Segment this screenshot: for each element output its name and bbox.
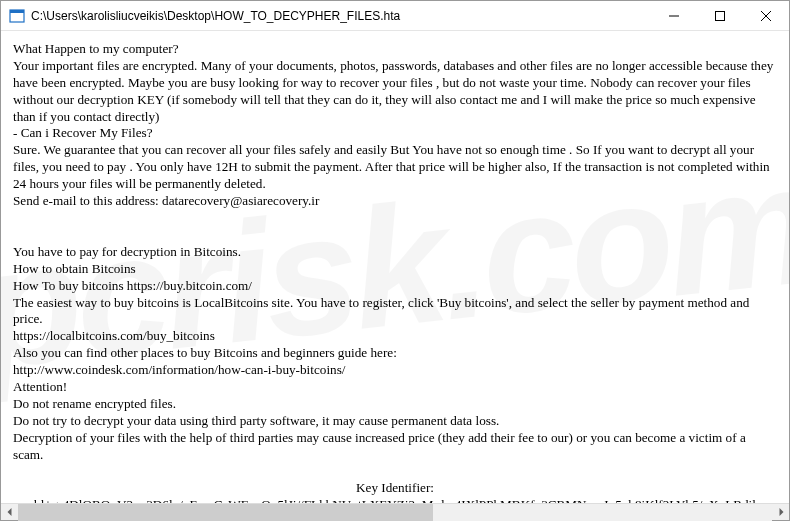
scroll-left-arrow-icon[interactable] xyxy=(1,504,18,521)
hta-window: C:\Users\karolisliucveikis\Desktop\HOW_T… xyxy=(0,0,790,521)
scrollbar-track[interactable] xyxy=(18,504,772,521)
svg-marker-6 xyxy=(7,508,11,516)
ransom-text: Send e-mail to this address: datarecover… xyxy=(13,193,777,210)
maximize-button[interactable] xyxy=(697,1,743,31)
ransom-text: How to obtain Bitcoins xyxy=(13,261,777,278)
ransom-text: Your important files are encrypted. Many… xyxy=(13,58,777,126)
ransom-text: http://www.coindesk.com/information/how-… xyxy=(13,362,777,379)
ransom-text: You have to pay for decryption in Bitcoi… xyxy=(13,244,777,261)
content-area: pcrisk.com What Happen to my computer? Y… xyxy=(1,31,789,503)
blank-line xyxy=(13,210,777,244)
window-title: C:\Users\karolisliucveikis\Desktop\HOW_T… xyxy=(31,9,651,23)
ransom-text: Also you can find other places to buy Bi… xyxy=(13,345,777,362)
ransom-text: Sure. We guarantee that you can recover … xyxy=(13,142,777,193)
svg-marker-7 xyxy=(779,508,783,516)
svg-rect-3 xyxy=(716,12,725,21)
svg-rect-1 xyxy=(10,10,24,13)
ransom-text: Do not try to decrypt your data using th… xyxy=(13,413,777,430)
horizontal-scrollbar[interactable] xyxy=(1,503,789,520)
ransom-text: https://localbitcoins.com/buy_bitcoins xyxy=(13,328,777,345)
titlebar: C:\Users\karolisliucveikis\Desktop\HOW_T… xyxy=(1,1,789,31)
key-identifier-value: bl+gr4DlOROyV2qo3D6lp/yEwqCzWFooQy5lJj//… xyxy=(13,497,777,503)
ransom-text: What Happen to my computer? xyxy=(13,41,777,58)
key-identifier-label: Key Identifier: xyxy=(13,480,777,497)
blank-line xyxy=(13,463,777,480)
scrollbar-thumb[interactable] xyxy=(18,504,433,521)
ransom-text: - Can i Recover My Files? xyxy=(13,125,777,142)
app-icon xyxy=(9,8,25,24)
ransom-text: The easiest way to buy bitcoins is Local… xyxy=(13,295,777,329)
ransom-text: Decryption of your files with the help o… xyxy=(13,430,777,464)
minimize-button[interactable] xyxy=(651,1,697,31)
close-button[interactable] xyxy=(743,1,789,31)
ransom-text: Do not rename encrypted files. xyxy=(13,396,777,413)
scroll-right-arrow-icon[interactable] xyxy=(772,504,789,521)
window-controls xyxy=(651,1,789,30)
ransom-text: How To buy bitcoins https://buy.bitcoin.… xyxy=(13,278,777,295)
ransom-text: Attention! xyxy=(13,379,777,396)
